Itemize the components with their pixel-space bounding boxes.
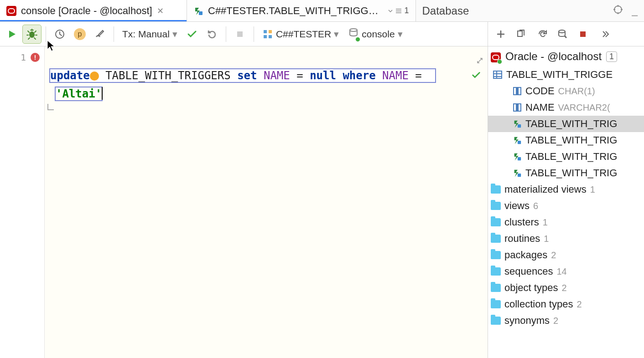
tree-folder-node[interactable]: synonyms2 <box>488 312 644 329</box>
svg-rect-4 <box>237 31 243 37</box>
tree-trigger-node[interactable]: TABLE_WITH_TRIG <box>488 148 644 165</box>
tab-trigger-file[interactable]: C##TESTER.TABLE_WITH_TRIGGERS.TABLE_WITH… <box>187 0 416 21</box>
tab-label: C##TESTER.TABLE_WITH_TRIGGERS.TABLE_WITH… <box>208 5 383 17</box>
rollback-button[interactable] <box>203 25 221 43</box>
tree-folder-node[interactable]: object types2 <box>488 280 644 296</box>
settings-button[interactable] <box>91 25 109 43</box>
trigger-name: TABLE_WITH_TRIG <box>525 151 617 163</box>
duplicate-button[interactable] <box>512 25 530 43</box>
tree-trigger-node[interactable]: TABLE_WITH_TRIG <box>488 116 644 132</box>
tab-bar: console [Oracle - @localhost] ✕ C##TESTE… <box>0 0 644 22</box>
trigger-name: TABLE_WITH_TRIG <box>525 118 617 130</box>
tree-folder-node[interactable]: sequences14 <box>488 263 644 280</box>
connection-count-badge: 1 <box>606 51 617 62</box>
tree-folder-node[interactable]: views6 <box>488 198 644 214</box>
debug-button[interactable] <box>23 25 41 43</box>
column-icon <box>513 87 522 96</box>
svg-point-2 <box>29 31 35 38</box>
svg-point-9 <box>350 29 357 31</box>
commit-button[interactable] <box>183 25 201 43</box>
tree-column-node[interactable]: CODE CHAR(1) <box>488 83 644 99</box>
svg-rect-18 <box>518 124 521 128</box>
tree-trigger-node[interactable]: TABLE_WITH_TRIG <box>488 132 644 148</box>
svg-rect-10 <box>518 31 522 36</box>
sql-editor[interactable]: 1 ! update TABLE_WITH_TRIGGERS set NAME … <box>0 46 488 358</box>
folder-icon <box>491 251 501 259</box>
stop-button[interactable] <box>231 25 249 43</box>
tree-folder-node[interactable]: clusters1 <box>488 214 644 230</box>
gutter: 1 ! <box>0 46 45 358</box>
svg-point-1 <box>614 6 622 13</box>
stop-busy-button[interactable] <box>574 25 592 43</box>
tx-mode-dropdown[interactable]: Tx: Manual ▾ <box>119 25 181 43</box>
close-icon[interactable]: ✕ <box>157 6 164 16</box>
folder-icon <box>491 317 501 325</box>
error-icon[interactable]: ! <box>31 53 40 62</box>
oracle-icon <box>491 52 501 62</box>
table-icon <box>493 70 503 80</box>
more-button[interactable] <box>596 25 614 43</box>
text-caret <box>102 87 103 100</box>
target-icon[interactable] <box>613 4 623 18</box>
tree-trigger-node[interactable]: TABLE_WITH_TRIG <box>488 165 644 181</box>
svg-rect-19 <box>518 141 521 144</box>
tree-folder-node[interactable]: packages2 <box>488 247 644 263</box>
table-name: TABLE_WITH_TRIGGE <box>506 69 613 81</box>
oracle-icon <box>6 6 16 16</box>
warning-dot-icon <box>90 72 99 81</box>
svg-point-11 <box>559 30 565 33</box>
svg-rect-15 <box>516 87 519 95</box>
folder-icon <box>491 202 501 210</box>
trigger-name: TABLE_WITH_TRIG <box>525 134 617 146</box>
session-dropdown[interactable]: console ▾ <box>344 25 406 43</box>
tree-column-node[interactable]: NAME VARCHAR2( <box>488 99 644 116</box>
trigger-icon <box>513 136 522 145</box>
trigger-icon <box>513 152 522 161</box>
database-panel-header: Database ⎯ <box>416 0 644 21</box>
column-type: VARCHAR2( <box>558 102 610 113</box>
history-button[interactable] <box>51 25 69 43</box>
run-button[interactable] <box>3 25 21 43</box>
panel-title: Database <box>422 5 469 17</box>
line-number: 1 <box>21 48 26 66</box>
code-area[interactable]: update TABLE_WITH_TRIGGERS set NAME = nu… <box>45 46 488 358</box>
svg-rect-20 <box>518 157 521 160</box>
svg-rect-12 <box>580 31 586 37</box>
sql-toolbar: p Tx: Manual ▾ C##TESTER <box>0 22 488 46</box>
svg-rect-21 <box>518 174 521 177</box>
schema-dropdown[interactable]: C##TESTER ▾ <box>259 25 343 43</box>
refresh-button[interactable] <box>534 25 552 43</box>
tab-console[interactable]: console [Oracle - @localhost] ✕ <box>0 0 187 21</box>
hide-icon[interactable]: ⎯ <box>632 5 638 17</box>
svg-rect-0 <box>199 11 203 15</box>
svg-rect-8 <box>269 35 272 38</box>
svg-rect-5 <box>264 30 267 33</box>
inspection-ok-icon[interactable] <box>405 49 482 104</box>
connection-label: Oracle - @localhost <box>505 50 602 63</box>
folder-icon <box>491 218 501 226</box>
tab-label: console [Oracle - @localhost] <box>21 5 152 17</box>
database-toolbar <box>488 22 644 46</box>
tree-folder-node[interactable]: collection types2 <box>488 296 644 312</box>
folder-icon <box>491 267 501 276</box>
tree-table-node[interactable]: TABLE_WITH_TRIGGE <box>488 66 644 83</box>
column-type: CHAR(1) <box>558 86 595 97</box>
editor-pane: p Tx: Manual ▾ C##TESTER <box>0 22 488 358</box>
svg-rect-13 <box>493 71 502 78</box>
column-name: NAME <box>525 102 555 113</box>
column-name: CODE <box>525 85 555 97</box>
svg-rect-7 <box>269 30 272 33</box>
svg-rect-6 <box>264 35 267 38</box>
folder-icon <box>491 300 501 308</box>
folder-icon <box>491 235 501 243</box>
column-icon <box>513 103 522 112</box>
tree-folder-node[interactable]: routines1 <box>488 230 644 247</box>
connection-node[interactable]: Oracle - @localhost 1 <box>488 46 644 66</box>
add-datasource-button[interactable] <box>492 25 510 43</box>
svg-rect-17 <box>516 104 519 111</box>
p-button[interactable]: p <box>71 25 89 43</box>
trigger-name: TABLE_WITH_TRIG <box>525 167 617 179</box>
datasource-properties-button[interactable] <box>554 25 572 43</box>
trigger-icon <box>513 169 522 178</box>
tree-folder-node[interactable]: materialized views1 <box>488 181 644 198</box>
